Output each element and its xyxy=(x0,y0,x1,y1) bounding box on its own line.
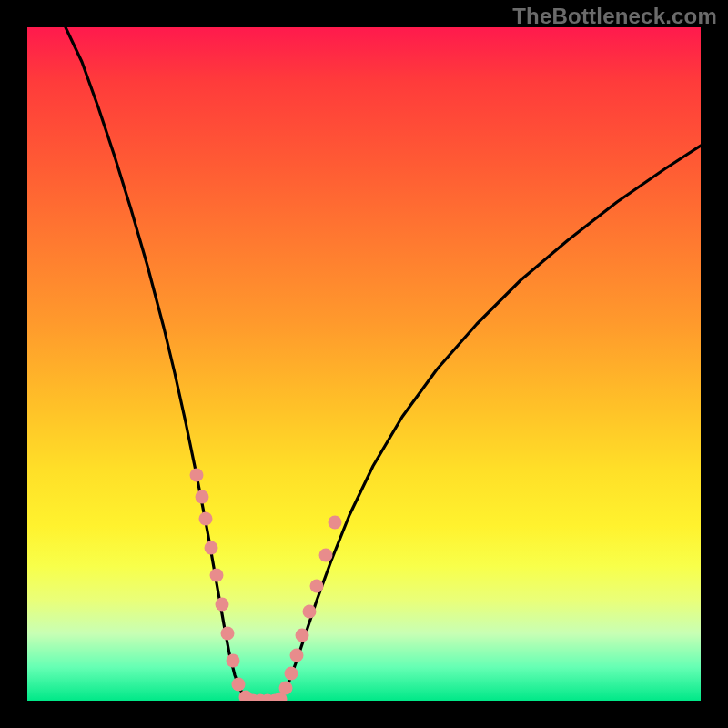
data-marker xyxy=(199,512,213,526)
data-marker xyxy=(221,627,235,641)
data-marker xyxy=(216,598,229,612)
watermark-text: TheBottleneck.com xyxy=(512,4,717,29)
data-marker xyxy=(296,629,309,642)
data-marker xyxy=(227,654,240,668)
marker-group xyxy=(190,469,342,702)
data-marker xyxy=(205,541,218,555)
data-marker xyxy=(329,516,342,530)
curve-group xyxy=(66,27,701,701)
data-marker xyxy=(190,469,204,482)
data-marker xyxy=(285,667,298,681)
plot-area xyxy=(27,27,701,701)
data-marker xyxy=(319,549,333,562)
data-marker xyxy=(310,580,324,593)
chart-frame: TheBottleneck.com xyxy=(0,0,728,728)
data-marker xyxy=(290,649,304,662)
data-marker xyxy=(196,490,209,504)
bottleneck-curve xyxy=(66,27,701,701)
chart-svg xyxy=(27,27,701,701)
data-marker xyxy=(279,682,293,695)
data-marker xyxy=(210,569,224,582)
data-marker xyxy=(303,605,317,619)
data-marker xyxy=(232,678,246,692)
